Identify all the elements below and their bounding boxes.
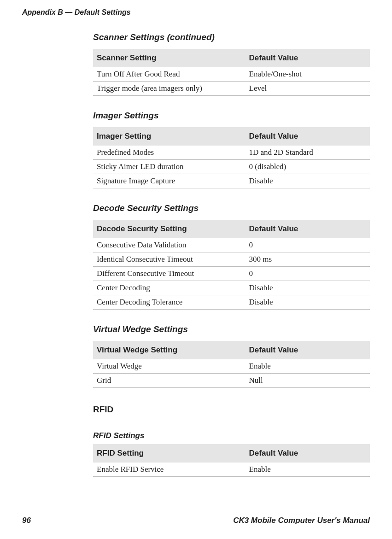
rfid-settings-table: RFID Setting Default Value Enable RFID S… xyxy=(93,444,370,477)
page-footer: 96 CK3 Mobile Computer User's Manual xyxy=(0,516,392,525)
scanner-settings-title: Scanner Settings (continued) xyxy=(93,32,370,42)
value-cell: 1D and 2D Standard xyxy=(246,146,370,160)
value-cell: Disable xyxy=(246,174,370,188)
imager-settings-table: Imager Setting Default Value Predefined … xyxy=(93,127,370,188)
value-cell: Enable xyxy=(246,463,370,477)
virtual-wedge-table: Virtual Wedge Setting Default Value Virt… xyxy=(93,341,370,388)
value-cell: Enable xyxy=(246,359,370,374)
table-row: Center Decoding Disable xyxy=(93,281,370,295)
table-header-value: Default Value xyxy=(246,444,370,463)
setting-cell: Virtual Wedge xyxy=(93,359,246,374)
decode-security-table: Decode Security Setting Default Value Co… xyxy=(93,220,370,310)
setting-cell: Center Decoding xyxy=(93,281,246,295)
value-cell: Enable/One-shot xyxy=(246,67,370,82)
page-number: 96 xyxy=(22,516,31,525)
value-cell: 300 ms xyxy=(246,252,370,267)
setting-cell: Sticky Aimer LED duration xyxy=(93,160,246,174)
setting-cell: Trigger mode (area imagers only) xyxy=(93,82,246,96)
table-header-value: Default Value xyxy=(246,220,370,238)
decode-security-title: Decode Security Settings xyxy=(93,203,370,213)
setting-cell: Identical Consecutive Timeout xyxy=(93,252,246,267)
rfid-settings-title: RFID Settings xyxy=(93,431,370,440)
appendix-header: Appendix B — Default Settings xyxy=(22,8,370,17)
setting-cell: Turn Off After Good Read xyxy=(93,67,246,82)
setting-cell: Enable RFID Service xyxy=(93,463,246,477)
table-row: Consecutive Data Validation 0 xyxy=(93,238,370,252)
table-row: Identical Consecutive Timeout 300 ms xyxy=(93,252,370,267)
table-row: Enable RFID Service Enable xyxy=(93,463,370,477)
imager-settings-title: Imager Settings xyxy=(93,111,370,121)
setting-cell: Signature Image Capture xyxy=(93,174,246,188)
table-row: Center Decoding Tolerance Disable xyxy=(93,295,370,310)
manual-title: CK3 Mobile Computer User's Manual xyxy=(233,516,370,525)
value-cell: Level xyxy=(246,82,370,96)
value-cell: Disable xyxy=(246,281,370,295)
table-header-setting: Scanner Setting xyxy=(93,49,246,67)
setting-cell: Consecutive Data Validation xyxy=(93,238,246,252)
setting-cell: Predefined Modes xyxy=(93,146,246,160)
table-row: Turn Off After Good Read Enable/One-shot xyxy=(93,67,370,82)
value-cell: Disable xyxy=(246,295,370,310)
table-header-setting: Virtual Wedge Setting xyxy=(93,341,246,359)
table-header-value: Default Value xyxy=(246,341,370,359)
scanner-settings-table: Scanner Setting Default Value Turn Off A… xyxy=(93,49,370,96)
table-row: Virtual Wedge Enable xyxy=(93,359,370,374)
table-header-value: Default Value xyxy=(246,127,370,146)
table-row: Trigger mode (area imagers only) Level xyxy=(93,82,370,96)
setting-cell: Center Decoding Tolerance xyxy=(93,295,246,310)
table-row: Signature Image Capture Disable xyxy=(93,174,370,188)
table-row: Grid Null xyxy=(93,374,370,388)
table-header-value: Default Value xyxy=(246,49,370,67)
virtual-wedge-title: Virtual Wedge Settings xyxy=(93,324,370,334)
main-content: Scanner Settings (continued) Scanner Set… xyxy=(93,32,370,477)
table-row: Sticky Aimer LED duration 0 (disabled) xyxy=(93,160,370,174)
setting-cell: Grid xyxy=(93,374,246,388)
table-row: Different Consecutive Timeout 0 xyxy=(93,267,370,281)
value-cell: Null xyxy=(246,374,370,388)
table-header-setting: Imager Setting xyxy=(93,127,246,146)
table-header-setting: RFID Setting xyxy=(93,444,246,463)
table-header-setting: Decode Security Setting xyxy=(93,220,246,238)
value-cell: 0 xyxy=(246,238,370,252)
table-row: Predefined Modes 1D and 2D Standard xyxy=(93,146,370,160)
value-cell: 0 (disabled) xyxy=(246,160,370,174)
value-cell: 0 xyxy=(246,267,370,281)
rfid-category-title: RFID xyxy=(93,404,370,415)
setting-cell: Different Consecutive Timeout xyxy=(93,267,246,281)
